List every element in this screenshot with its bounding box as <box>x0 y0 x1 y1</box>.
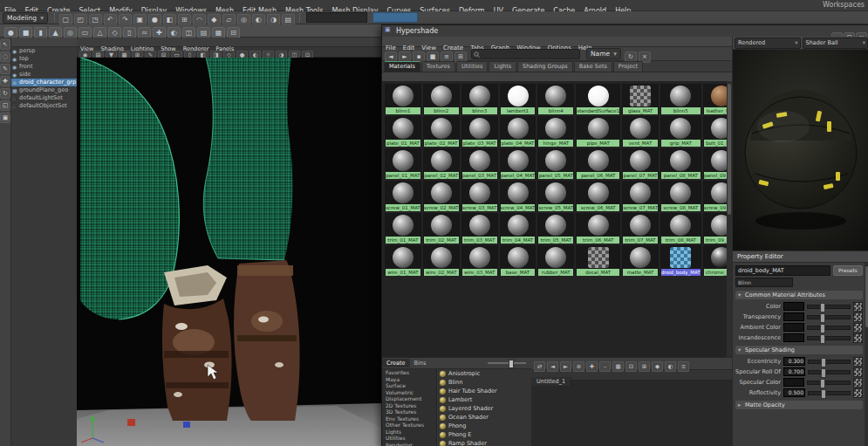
material-tile[interactable]: blinn3 <box>461 84 498 114</box>
sort-dropdown[interactable]: Name <box>586 48 621 59</box>
outliner-item[interactable]: droid_character_grp <box>11 79 77 86</box>
red-cube[interactable] <box>127 419 135 426</box>
presets-button[interactable]: Presets <box>833 265 863 276</box>
color-swatch[interactable] <box>783 378 804 387</box>
browser-tab[interactable]: Bake Sets <box>574 61 612 72</box>
node-editor-canvas[interactable] <box>531 381 732 446</box>
hypershade-titlebar[interactable]: ▣ Hypershade –▢× <box>382 25 868 38</box>
create-category[interactable]: Volumetric <box>382 389 436 396</box>
attribute-slider[interactable] <box>808 391 851 395</box>
toggle-swatches-icon[interactable]: ◐ <box>665 361 676 372</box>
create-category[interactable]: Rendering <box>382 442 436 446</box>
material-tile[interactable]: screw_06_MAT <box>576 181 620 211</box>
slider-handle[interactable] <box>820 334 825 344</box>
material-tile[interactable]: standardSurface1 <box>576 84 620 114</box>
material-tile[interactable]: trim_06_MAT <box>576 213 620 244</box>
outliner-item[interactable]: defaultObjectSet <box>11 102 77 110</box>
scale-tool-icon[interactable]: ◱ <box>0 100 10 111</box>
slider-handle[interactable] <box>821 368 826 378</box>
frame-all-icon[interactable]: ⊡ <box>625 361 637 372</box>
material-tile[interactable]: wire_01_MAT <box>385 245 421 276</box>
create-category[interactable]: 3D Textures <box>382 408 436 415</box>
material-tile[interactable]: panel_03_MAT <box>461 148 498 179</box>
create-panel-tab[interactable]: Create <box>382 359 410 367</box>
material-tile[interactable]: screw_01_MAT <box>385 181 421 211</box>
material-tile[interactable]: plate_02_MAT <box>423 116 460 147</box>
quick-selection-field[interactable] <box>372 12 418 23</box>
material-tile[interactable]: panel_04_MAT <box>500 148 537 179</box>
create-node-item[interactable]: Layered Shader <box>437 404 531 413</box>
clear-graph-icon[interactable]: ⊘ <box>573 361 584 372</box>
color-swatch[interactable] <box>783 312 804 321</box>
material-tile[interactable]: trim_05_MAT <box>537 213 574 244</box>
outliner-item[interactable]: side <box>11 71 77 79</box>
attribute-slider[interactable] <box>807 315 851 319</box>
material-tile[interactable]: screw_07_MAT <box>622 181 659 211</box>
material-tile[interactable]: panel_07_MAT <box>622 148 659 179</box>
create-node-item[interactable]: Ramp Shader <box>437 439 531 446</box>
material-tile[interactable]: trim_01_MAT <box>385 213 421 244</box>
material-tile[interactable]: wire_02_MAT <box>423 245 460 276</box>
outliner-item[interactable]: groundPlane_geo <box>11 86 77 94</box>
attribute-slider[interactable] <box>807 381 851 385</box>
material-tile[interactable]: screw_03_MAT <box>461 181 498 211</box>
create-category[interactable]: Utilities <box>382 435 436 442</box>
material-tile[interactable]: panel_01_MAT <box>385 148 421 179</box>
browser-tab[interactable]: Utilities <box>456 61 488 72</box>
attribute-slider[interactable] <box>807 326 851 330</box>
material-tile[interactable]: base_MAT <box>500 245 537 276</box>
material-tile[interactable]: screw_08_MAT <box>660 181 701 211</box>
map-button[interactable] <box>853 333 863 343</box>
material-tile[interactable]: vent_MAT <box>622 116 659 147</box>
material-tile[interactable]: screw_02_MAT <box>423 181 460 211</box>
slider-handle[interactable] <box>509 360 514 368</box>
value-field[interactable]: 0.300 <box>783 357 805 366</box>
frame-selection-icon[interactable]: ⊞ <box>639 361 650 372</box>
section-specular-shading[interactable]: Specular Shading <box>735 346 863 354</box>
attribute-slider[interactable] <box>808 360 851 364</box>
material-tile[interactable]: grip_MAT <box>660 116 701 147</box>
create-category[interactable]: Other Textures <box>382 422 436 429</box>
move-tool-icon[interactable]: ✚ <box>0 76 10 86</box>
material-tile[interactable]: rubber_MAT <box>537 245 574 276</box>
material-tile[interactable]: trim_08_MAT <box>660 213 701 244</box>
create-category[interactable]: Env Textures <box>382 415 436 422</box>
create-node-item[interactable]: Anisotropic <box>437 369 531 378</box>
color-swatch[interactable] <box>783 333 804 342</box>
create-node-item[interactable]: Lambert <box>437 395 531 404</box>
material-tile[interactable]: trim_03_MAT <box>461 213 498 244</box>
map-button[interactable] <box>853 367 863 377</box>
material-tile[interactable]: blinn2 <box>423 84 460 114</box>
create-node-item[interactable]: Ocean Shader <box>437 413 531 422</box>
property-editor-header[interactable]: Property Editor <box>733 250 868 263</box>
add-to-graph-icon[interactable]: ✚ <box>586 361 598 372</box>
create-node-item[interactable]: Phong E <box>437 430 531 439</box>
material-tile[interactable]: blinn1 <box>385 84 421 114</box>
material-tile[interactable]: lambert1 <box>500 84 537 114</box>
material-tile[interactable]: trim_04_MAT <box>500 213 537 244</box>
color-swatch[interactable] <box>783 302 804 311</box>
map-button[interactable] <box>853 388 863 398</box>
node-editor-tab[interactable]: Untitled_1 <box>531 377 571 386</box>
viewer-mode-dropdown[interactable]: Rendered <box>735 38 801 49</box>
viewer-shape-dropdown[interactable]: Shader Ball <box>803 38 868 49</box>
viewport-canvas[interactable] <box>77 58 381 446</box>
create-category[interactable]: Maya <box>382 376 436 383</box>
material-tile[interactable]: blinn4 <box>537 84 574 114</box>
create-node-item[interactable]: Blinn <box>437 378 531 387</box>
map-button[interactable] <box>853 302 863 312</box>
scrollbar-thumb[interactable] <box>728 84 731 215</box>
create-category[interactable]: Lights <box>382 429 436 436</box>
search-input[interactable] <box>471 49 580 59</box>
material-tile[interactable]: blinn5 <box>660 84 701 114</box>
rearrange-graph-icon[interactable]: ▦ <box>612 361 624 372</box>
value-field[interactable]: 0.500 <box>783 388 805 397</box>
browser-tab[interactable]: Materials <box>384 61 420 72</box>
material-tile[interactable]: pipe_MAT <box>576 116 620 147</box>
material-tile[interactable]: screw_05_MAT <box>537 181 574 211</box>
map-button[interactable] <box>853 378 863 388</box>
material-tile[interactable]: wire_03_MAT <box>461 245 498 276</box>
section-matte-opacity[interactable]: Matte Opacity <box>735 401 863 409</box>
material-tile[interactable]: plate_04_MAT <box>500 116 537 147</box>
outliner-item[interactable]: top <box>11 55 77 63</box>
